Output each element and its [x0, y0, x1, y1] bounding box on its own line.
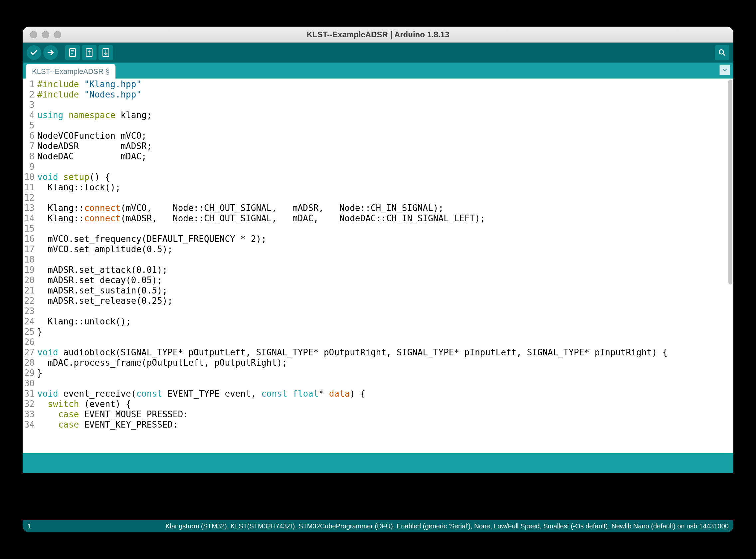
- titlebar[interactable]: KLST--ExampleADSR | Arduino 1.8.13: [23, 27, 733, 43]
- code-line[interactable]: 5: [23, 120, 733, 131]
- line-number: 23: [23, 306, 37, 316]
- code-content[interactable]: NodeDAC mDAC;: [37, 151, 733, 162]
- code-line[interactable]: 29}: [23, 368, 733, 378]
- upload-button[interactable]: [43, 45, 58, 60]
- code-content[interactable]: mVCO.set_frequency(DEFAULT_FREQUENCY * 2…: [37, 234, 733, 244]
- code-line[interactable]: 2#include "Nodes.hpp": [23, 90, 733, 100]
- chevron-down-icon: [722, 68, 727, 72]
- save-sketch-button[interactable]: [98, 45, 113, 60]
- code-content[interactable]: [37, 120, 733, 131]
- code-line[interactable]: 16 mVCO.set_frequency(DEFAULT_FREQUENCY …: [23, 234, 733, 244]
- code-content[interactable]: #include "Klang.hpp": [37, 79, 733, 90]
- code-content[interactable]: NodeVCOFunction mVCO;: [37, 131, 733, 141]
- editor-area: 1#include "Klang.hpp"2#include "Nodes.hp…: [23, 79, 733, 453]
- tab-menu-button[interactable]: [719, 65, 730, 75]
- code-line[interactable]: 15: [23, 224, 733, 234]
- code-content[interactable]: void audioblock(SIGNAL_TYPE* pOutputLeft…: [37, 348, 733, 358]
- code-editor[interactable]: 1#include "Klang.hpp"2#include "Nodes.hp…: [23, 79, 733, 453]
- code-line[interactable]: 9: [23, 162, 733, 172]
- code-line[interactable]: 8NodeDAC mDAC;: [23, 151, 733, 162]
- code-line[interactable]: 11 Klang::lock();: [23, 182, 733, 193]
- code-line[interactable]: 7NodeADSR mADSR;: [23, 141, 733, 151]
- code-line[interactable]: 10void setup() {: [23, 172, 733, 182]
- code-line[interactable]: 24 Klang::unlock();: [23, 316, 733, 327]
- code-content[interactable]: case EVENT_KEY_PRESSED:: [37, 420, 733, 430]
- code-content[interactable]: void setup() {: [37, 172, 733, 182]
- code-line[interactable]: 27void audioblock(SIGNAL_TYPE* pOutputLe…: [23, 348, 733, 358]
- line-number: 29: [23, 368, 37, 378]
- code-content[interactable]: Klang::unlock();: [37, 316, 733, 327]
- code-content[interactable]: mADSR.set_release(0.25);: [37, 296, 733, 306]
- code-content[interactable]: Klang::lock();: [37, 182, 733, 193]
- code-content[interactable]: void event_receive(const EVENT_TYPE even…: [37, 389, 733, 399]
- code-line[interactable]: 28 mDAC.process_frame(pOutputLeft, pOutp…: [23, 358, 733, 368]
- zoom-window-button[interactable]: [54, 31, 61, 38]
- code-content[interactable]: [37, 337, 733, 348]
- line-number: 20: [23, 275, 37, 286]
- code-content[interactable]: mADSR.set_decay(0.05);: [37, 275, 733, 286]
- code-line[interactable]: 17 mVCO.set_amplitude(0.5);: [23, 244, 733, 254]
- check-icon: [30, 48, 38, 57]
- code-line[interactable]: 26: [23, 337, 733, 348]
- code-content[interactable]: #include "Nodes.hpp": [37, 90, 733, 100]
- code-line[interactable]: 13 Klang::connect(mVCO, Node::CH_OUT_SIG…: [23, 203, 733, 213]
- code-content[interactable]: }: [37, 327, 733, 337]
- code-content[interactable]: [37, 224, 733, 234]
- code-content[interactable]: using namespace klang;: [37, 110, 733, 120]
- code-line[interactable]: 18: [23, 254, 733, 265]
- code-content[interactable]: [37, 378, 733, 389]
- code-content[interactable]: [37, 193, 733, 203]
- code-content[interactable]: }: [37, 368, 733, 378]
- code-content[interactable]: [37, 306, 733, 316]
- line-number: 12: [23, 193, 37, 203]
- code-content[interactable]: mVCO.set_amplitude(0.5);: [37, 244, 733, 254]
- minimize-window-button[interactable]: [42, 31, 49, 38]
- code-line[interactable]: 22 mADSR.set_release(0.25);: [23, 296, 733, 306]
- verify-button[interactable]: [27, 45, 41, 60]
- code-line[interactable]: 14 Klang::connect(mADSR, Node::CH_OUT_SI…: [23, 213, 733, 224]
- status-board-info: Klangstrom (STM32), KLST(STM32H743ZI), S…: [165, 522, 729, 530]
- code-content[interactable]: switch (event) {: [37, 399, 733, 409]
- serial-monitor-button[interactable]: [715, 45, 729, 60]
- code-line[interactable]: 30: [23, 378, 733, 389]
- traffic-lights: [23, 31, 61, 38]
- code-content[interactable]: Klang::connect(mVCO, Node::CH_OUT_SIGNAL…: [37, 203, 733, 213]
- code-content[interactable]: Klang::connect(mADSR, Node::CH_OUT_SIGNA…: [37, 213, 733, 224]
- sketch-tab[interactable]: KLST--ExampleADSR §: [26, 64, 115, 79]
- code-content[interactable]: case EVENT_MOUSE_PRESSED:: [37, 409, 733, 420]
- code-line[interactable]: 25}: [23, 327, 733, 337]
- code-content[interactable]: [37, 100, 733, 110]
- scrollbar-thumb[interactable]: [728, 80, 732, 285]
- code-content[interactable]: [37, 254, 733, 265]
- code-content[interactable]: NodeADSR mADSR;: [37, 141, 733, 151]
- code-content[interactable]: mADSR.set_sustain(0.5);: [37, 286, 733, 296]
- open-sketch-button[interactable]: [82, 45, 96, 60]
- console-area[interactable]: [23, 473, 733, 520]
- arrow-down-icon: [102, 48, 110, 57]
- code-line[interactable]: 3: [23, 100, 733, 110]
- code-content[interactable]: [37, 162, 733, 172]
- code-content[interactable]: mDAC.process_frame(pOutputLeft, pOutputR…: [37, 358, 733, 368]
- code-line[interactable]: 4using namespace klang;: [23, 110, 733, 120]
- code-line[interactable]: 23: [23, 306, 733, 316]
- new-sketch-button[interactable]: [65, 45, 80, 60]
- code-line[interactable]: 6NodeVCOFunction mVCO;: [23, 131, 733, 141]
- code-line[interactable]: 12: [23, 193, 733, 203]
- line-number: 25: [23, 327, 37, 337]
- code-line[interactable]: 32 switch (event) {: [23, 399, 733, 409]
- line-number: 10: [23, 172, 37, 182]
- code-line[interactable]: 1#include "Klang.hpp": [23, 79, 733, 90]
- code-line[interactable]: 21 mADSR.set_sustain(0.5);: [23, 286, 733, 296]
- code-line[interactable]: 34 case EVENT_KEY_PRESSED:: [23, 420, 733, 430]
- code-line[interactable]: 20 mADSR.set_decay(0.05);: [23, 275, 733, 286]
- line-number: 9: [23, 162, 37, 172]
- line-number: 5: [23, 120, 37, 131]
- code-content[interactable]: mADSR.set_attack(0.01);: [37, 265, 733, 275]
- close-window-button[interactable]: [30, 31, 37, 38]
- line-number: 17: [23, 244, 37, 254]
- code-line[interactable]: 19 mADSR.set_attack(0.01);: [23, 265, 733, 275]
- code-line[interactable]: 31void event_receive(const EVENT_TYPE ev…: [23, 389, 733, 399]
- scrollbar[interactable]: [727, 80, 732, 452]
- code-line[interactable]: 33 case EVENT_MOUSE_PRESSED:: [23, 409, 733, 420]
- line-number: 3: [23, 100, 37, 110]
